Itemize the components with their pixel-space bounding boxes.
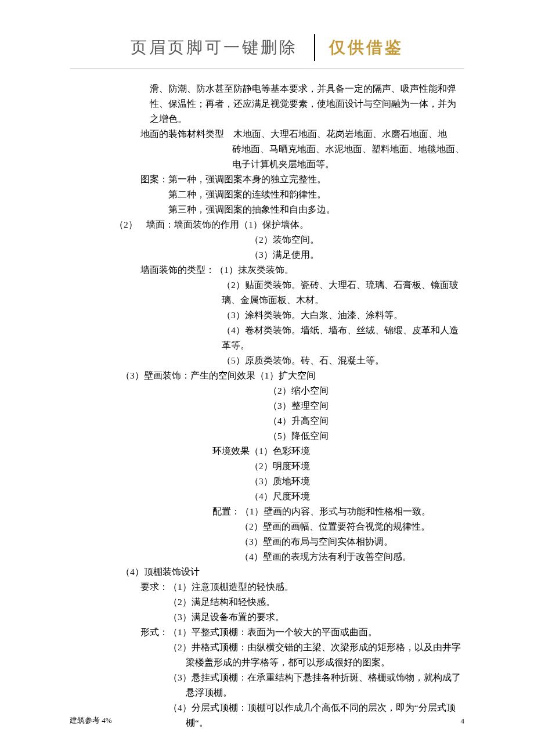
- footer-left: 建筑参考 4%: [70, 715, 112, 726]
- para-pattern-1: 图案：第一种，强调图案本身的独立完整性。: [70, 172, 464, 187]
- page-header: 页眉页脚可一键删除 仅供借鉴: [0, 34, 534, 62]
- para-wall-type-1: 墙面装饰的类型：（1）抹灰类装饰。: [70, 262, 464, 278]
- para-config-2: （2）壁画的画幅、位置要符合视觉的规律性。: [70, 519, 464, 534]
- para-material-type-b: 砖地面、马晒克地面、水泥地面、塑料地面、地毯地面、电子计算机夹层地面等。: [70, 142, 464, 172]
- para-wall-heading: （2） 墙面：墙面装饰的作用（1）保护墙体。: [70, 217, 464, 232]
- para-mural-3: （3）整理空间: [70, 398, 464, 413]
- footer-page-number: 4: [461, 717, 465, 726]
- para-ceiling-req-3: （3）满足设备布置的要求。: [70, 610, 464, 625]
- para-intro: 滑、防潮、防水甚至防静电等基本要求，并具备一定的隔声、吸声性能和弹性、保温性；再…: [70, 81, 464, 127]
- para-wall-2: （2）装饰空间。: [70, 232, 464, 247]
- header-divider: [314, 34, 315, 61]
- para-env-1: 环境效果（1）色彩环境: [70, 444, 464, 459]
- para-ceiling-form-2: （2）井格式顶棚：由纵横交错的主梁、次梁形成的矩形格，以及由井字梁楼盖形成的井字…: [70, 640, 464, 670]
- header-right-text: 仅供借鉴: [329, 37, 403, 59]
- para-ceiling-req-2: （2）满足结构和轻快感。: [70, 595, 464, 610]
- para-material-type-a: 地面的装饰材料类型 木地面、大理石地面、花岗岩地面、水磨石地面、地: [70, 127, 464, 142]
- para-wall-type-2: （2）贴面类装饰。瓷砖、大理石、琉璃、石膏板、镜面玻璃、金属饰面板、木材。: [70, 278, 464, 308]
- para-pattern-3: 第三种，强调图案的抽象性和自由多边。: [70, 202, 464, 217]
- para-wall-type-5: （5）原质类装饰。砖、石、混凝土等。: [70, 353, 464, 368]
- para-wall-3: （3）满足使用。: [70, 247, 464, 262]
- para-pattern-2: 第二种，强调图案的连续性和韵律性。: [70, 187, 464, 202]
- header-rule: [70, 69, 464, 69]
- para-mural-5: （5）降低空间: [70, 429, 464, 444]
- header-inner: 页眉页脚可一键删除 仅供借鉴: [131, 34, 403, 62]
- para-config-4: （4）壁画的表现方法有利于改善空间感。: [70, 549, 464, 564]
- para-config-3: （3）壁画的布局与空间实体相协调。: [70, 534, 464, 549]
- para-mural-4: （4）升高空间: [70, 413, 464, 429]
- para-ceiling-form-1: 形式：（1）平整式顶棚：表面为一个较大的平面或曲面。: [70, 625, 464, 640]
- para-ceiling-heading: （4）顶棚装饰设计: [70, 564, 464, 579]
- document-body: 滑、防潮、防水甚至防静电等基本要求，并具备一定的隔声、吸声性能和弹性、保温性；再…: [70, 81, 464, 730]
- para-wall-type-3: （3）涂料类装饰。大白浆、油漆、涂料等。: [70, 308, 464, 323]
- header-left-text: 页眉页脚可一键删除: [131, 37, 314, 59]
- para-env-3: （3）质地环境: [70, 474, 464, 489]
- para-env-2: （2）明度环境: [70, 459, 464, 474]
- para-env-4: （4）尺度环境: [70, 489, 464, 504]
- para-mural-heading: （3）壁画装饰：产生的空间效果（1）扩大空间: [70, 368, 464, 383]
- para-ceiling-req-1: 要求：（1）注意顶棚造型的轻快感。: [70, 579, 464, 595]
- para-mural-2: （2）缩小空间: [70, 383, 464, 398]
- para-ceiling-form-3: （3）悬挂式顶棚：在承重结构下悬挂各种折斑、格栅或饰物，就构成了悬浮顶棚。: [70, 670, 464, 700]
- para-wall-type-4: （4）卷材类装饰。墙纸、墙布、丝绒、锦缎、皮革和人造革等。: [70, 323, 464, 353]
- para-ceiling-form-4: （4）分层式顶棚：顶棚可以作成几个高低不同的层次，即为“分层式顶棚“。: [70, 700, 464, 730]
- para-config-1: 配置：（1）壁画的内容、形式与功能和性格相一致。: [70, 504, 464, 519]
